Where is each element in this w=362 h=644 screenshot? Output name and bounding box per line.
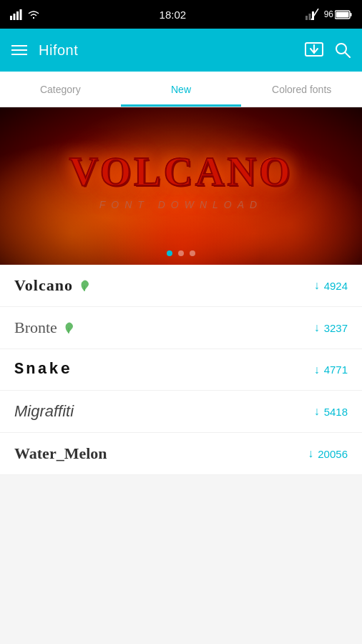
banner-subtitle: FONT DOWNLOAD	[69, 199, 293, 210]
download-count-watermelon: 20056	[318, 448, 348, 460]
download-count-volcano: 4924	[324, 280, 348, 292]
font-item-left-watermelon: Water_Melon	[14, 444, 107, 463]
font-item-left-migraffiti: Migraffiti	[14, 402, 74, 421]
download-arrow-volcano: ↓	[314, 279, 320, 292]
svg-rect-3	[20, 9, 22, 20]
font-item-left-bronte: Bronte	[14, 318, 74, 337]
svg-rect-5	[308, 14, 310, 20]
banner-pagination	[167, 250, 195, 256]
status-right: 96	[305, 9, 352, 20]
font-item-watermelon[interactable]: Water_Melon ↓ 20056	[0, 433, 362, 475]
battery-indicator: 96	[324, 9, 352, 19]
promo-banner: VOLCANO FONT DOWNLOAD	[0, 107, 362, 265]
status-bar: 18:02 96	[0, 0, 362, 29]
svg-rect-9	[351, 13, 352, 16]
banner-text-group: VOLCANO FONT DOWNLOAD	[69, 149, 293, 210]
font-name-bronte: Bronte	[14, 318, 57, 337]
font-item-right-volcano: ↓ 4924	[314, 279, 348, 292]
font-item-right-watermelon: ↓ 20056	[308, 447, 348, 460]
font-name-volcano: Volcano	[14, 276, 73, 295]
app-header: Hifont	[0, 29, 362, 72]
svg-rect-0	[10, 16, 12, 20]
header-left: Hifont	[11, 42, 78, 59]
banner-title: VOLCANO	[69, 149, 293, 195]
download-count-bronte: 3237	[324, 322, 348, 334]
font-item-left: Volcano	[14, 276, 90, 295]
signal-slash-icon	[305, 9, 320, 20]
download-arrow-bronte: ↓	[314, 321, 320, 334]
battery-level: 96	[324, 9, 333, 19]
font-item-right-bronte: ↓ 3237	[314, 321, 348, 334]
svg-rect-10	[336, 11, 349, 17]
svg-line-14	[345, 52, 350, 57]
download-arrow-snake: ↓	[314, 364, 320, 376]
font-item-right-snake: ↓ 4771	[314, 364, 348, 376]
svg-rect-2	[16, 11, 19, 20]
tab-colored-fonts[interactable]: Colored fonts	[241, 72, 362, 107]
battery-icon	[335, 10, 352, 19]
time-display: 18:02	[160, 9, 187, 21]
font-item-snake[interactable]: Snake ↓ 4771	[0, 349, 362, 391]
download-box-icon[interactable]	[305, 42, 323, 58]
font-name-watermelon: Water_Melon	[14, 444, 107, 463]
font-name-migraffiti: Migraffiti	[14, 402, 74, 421]
download-count-migraffiti: 5418	[324, 406, 348, 418]
tab-bar: Category New Colored fonts	[0, 72, 362, 107]
svg-rect-4	[305, 16, 308, 20]
search-icon[interactable]	[335, 42, 351, 58]
download-count-snake: 4771	[324, 364, 348, 376]
font-item-bronte[interactable]: Bronte ↓ 3237	[0, 307, 362, 349]
header-right	[305, 42, 351, 58]
wifi-icon	[27, 9, 40, 20]
font-item-left-snake: Snake	[14, 361, 72, 379]
banner-dot-1[interactable]	[167, 250, 172, 256]
font-name-snake: Snake	[14, 361, 72, 379]
download-arrow-watermelon: ↓	[308, 447, 313, 460]
status-left	[10, 9, 40, 20]
font-item-right-migraffiti: ↓ 5418	[314, 405, 348, 418]
tab-new[interactable]: New	[121, 72, 242, 107]
new-badge-icon-bronte	[63, 321, 74, 335]
new-badge-icon-volcano	[79, 278, 90, 293]
menu-button[interactable]	[11, 45, 27, 55]
banner-dot-3[interactable]	[190, 250, 195, 256]
banner-dot-2[interactable]	[178, 250, 184, 256]
svg-rect-1	[14, 14, 16, 20]
download-arrow-migraffiti: ↓	[314, 405, 320, 418]
font-item-volcano[interactable]: Volcano ↓ 4924	[0, 265, 362, 307]
font-item-migraffiti[interactable]: Migraffiti ↓ 5418	[0, 391, 362, 433]
font-list: Volcano ↓ 4924 Bronte ↓ 3237 Snak	[0, 265, 362, 475]
app-title: Hifont	[39, 42, 78, 59]
tab-category[interactable]: Category	[0, 72, 121, 107]
signal-icon	[10, 9, 23, 20]
